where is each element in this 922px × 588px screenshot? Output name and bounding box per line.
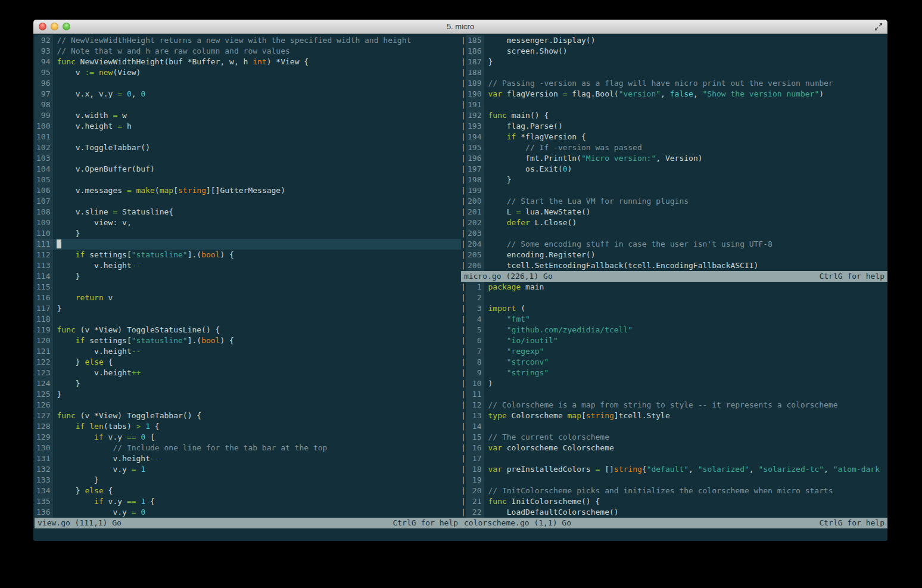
code-line[interactable]: 105	[35, 175, 461, 185]
code-line[interactable]: 94func NewViewWidthHeight(buf *Buffer, w…	[35, 57, 461, 67]
code-line[interactable]: 124 }	[35, 378, 461, 389]
code-line[interactable]: 113 v.height--	[35, 260, 461, 271]
code-line[interactable]: | 5 "github.com/zyedidia/tcell"	[461, 325, 887, 335]
pane-view-go[interactable]: 92// NewViewWidthHeight returns a new vi…	[35, 35, 461, 518]
code-line[interactable]: 101	[35, 132, 461, 142]
code-line[interactable]: |190var flagVersion = flag.Bool("version…	[461, 89, 887, 99]
code-line[interactable]: | 11	[461, 389, 887, 400]
code-line[interactable]: | 8 "strconv"	[461, 357, 887, 368]
code-line[interactable]: 112 if settings["statusline"].(bool) {	[35, 250, 461, 260]
code-line[interactable]: 109 view: v,	[35, 217, 461, 228]
code-line[interactable]: |203	[461, 228, 887, 239]
code-line[interactable]: | 19	[461, 475, 887, 486]
code-line[interactable]: 126	[35, 400, 461, 410]
code-line[interactable]: | 13type Colorscheme map[string]tcell.St…	[461, 410, 887, 421]
code-line[interactable]: | 2	[461, 293, 887, 303]
code-line[interactable]: |187}	[461, 57, 887, 67]
code-line[interactable]: |198 }	[461, 175, 887, 185]
code-line[interactable]: 107	[35, 196, 461, 207]
code-line[interactable]: | 20// InitColorscheme picks and initial…	[461, 486, 887, 496]
code-line[interactable]: 111	[35, 239, 461, 250]
code-line[interactable]: 115	[35, 282, 461, 293]
code-line[interactable]: 128 if len(tabs) > 1 {	[35, 421, 461, 432]
code-line[interactable]: 135 if v.y == 1 {	[35, 496, 461, 507]
code-line[interactable]: 92// NewViewWidthHeight returns a new vi…	[35, 35, 461, 46]
code-line[interactable]: |197 os.Exit(0)	[461, 164, 887, 175]
line-number: 92	[35, 35, 53, 46]
code-line[interactable]: 95 v := new(View)	[35, 67, 461, 78]
code-line[interactable]: 125}	[35, 389, 461, 400]
code-line[interactable]: 123 v.height++	[35, 368, 461, 378]
code-line[interactable]: 130 // Include one line for the tab bar …	[35, 443, 461, 453]
code-line[interactable]: | 12// Colorscheme is a map from string …	[461, 400, 887, 410]
code-line[interactable]: 117}	[35, 303, 461, 314]
code-line[interactable]: | 3import (	[461, 303, 887, 314]
code-line[interactable]: 131 v.height--	[35, 453, 461, 464]
code-line[interactable]: |194 if *flagVersion {	[461, 132, 887, 142]
code-line[interactable]: 118	[35, 314, 461, 325]
code-line[interactable]: |185 messenger.Display()	[461, 35, 887, 46]
code-line[interactable]: 98	[35, 99, 461, 110]
code-line[interactable]: 103	[35, 153, 461, 164]
code-line[interactable]: 120 if settings["statusline"].(bool) {	[35, 335, 461, 346]
code-line[interactable]: |192func main() {	[461, 110, 887, 121]
code-line[interactable]: | 7 "regexp"	[461, 346, 887, 357]
code-line[interactable]: |188	[461, 67, 887, 78]
code-line[interactable]: | 16var colorscheme Colorscheme	[461, 443, 887, 453]
code-line[interactable]: |193 flag.Parse()	[461, 121, 887, 132]
code-line[interactable]: | 22 LoadDefaultColorscheme()	[461, 507, 887, 518]
code-line[interactable]: 119func (v *View) ToggleStatusLine() {	[35, 325, 461, 335]
code-line[interactable]: |201 L = lua.NewState()	[461, 207, 887, 217]
command-message-line[interactable]	[35, 528, 887, 540]
code-line[interactable]: | 15// The current colorscheme	[461, 432, 887, 443]
titlebar[interactable]: 5. micro	[33, 20, 887, 34]
code-line[interactable]: | 10)	[461, 378, 887, 389]
code-line[interactable]: 127func (v *View) ToggleTabbar() {	[35, 410, 461, 421]
code-line[interactable]: | 18var preInstalledColors = []string{"d…	[461, 464, 887, 475]
code-line[interactable]: 99 v.width = w	[35, 110, 461, 121]
code-line[interactable]: |196 fmt.Println("Micro version:", Versi…	[461, 153, 887, 164]
code-line[interactable]: 122 } else {	[35, 357, 461, 368]
code-line[interactable]: 97 v.x, v.y = 0, 0	[35, 89, 461, 99]
code-line[interactable]: | 17	[461, 453, 887, 464]
code-line[interactable]: 129 if v.y == 0 {	[35, 432, 461, 443]
pane-divider: |	[461, 282, 466, 293]
code-line[interactable]: 133 }	[35, 475, 461, 486]
code-line[interactable]: |205 encoding.Register()	[461, 250, 887, 260]
code-line[interactable]: |200 // Start the Lua VM for running plu…	[461, 196, 887, 207]
fullscreen-toggle-icon[interactable]	[874, 22, 883, 32]
code-line[interactable]: 93// Note that w and h are raw column an…	[35, 46, 461, 57]
minimize-icon[interactable]	[51, 23, 58, 30]
zoom-icon[interactable]	[63, 23, 70, 30]
code-line[interactable]: | 21func InitColorscheme() {	[461, 496, 887, 507]
code-line[interactable]: |199	[461, 185, 887, 196]
code-line[interactable]: |189// Passing -version as a flag will h…	[461, 78, 887, 89]
code-line[interactable]: | 14	[461, 421, 887, 432]
code-line[interactable]: 104 v.OpenBuffer(buf)	[35, 164, 461, 175]
code-line[interactable]: 102 v.ToggleTabbar()	[35, 142, 461, 153]
close-icon[interactable]	[39, 23, 46, 30]
code-line[interactable]: | 4 "fmt"	[461, 314, 887, 325]
code-line[interactable]: 132 v.y = 1	[35, 464, 461, 475]
code-line[interactable]: 114 }	[35, 271, 461, 282]
code-line[interactable]: 110 }	[35, 228, 461, 239]
code-line[interactable]: | 1package main	[461, 282, 887, 293]
code-line[interactable]: |186 screen.Show()	[461, 46, 887, 57]
code-line[interactable]: 116 return v	[35, 293, 461, 303]
code-line[interactable]: |204 // Some encoding stuff in case the …	[461, 239, 887, 250]
code-line[interactable]: 100 v.height = h	[35, 121, 461, 132]
code-line[interactable]: | 9 "strings"	[461, 368, 887, 378]
code-line[interactable]: 96	[35, 78, 461, 89]
pane-micro-go[interactable]: |185 messenger.Display()|186 screen.Show…	[461, 35, 887, 271]
code-line[interactable]: 108 v.sline = Statusline{	[35, 207, 461, 217]
code-line[interactable]: |206 tcell.SetEncodingFallback(tcell.Enc…	[461, 260, 887, 271]
code-line[interactable]: |191	[461, 99, 887, 110]
code-line[interactable]: 134 } else {	[35, 486, 461, 496]
code-line[interactable]: |195 // If -version was passed	[461, 142, 887, 153]
code-line[interactable]: | 6 "io/ioutil"	[461, 335, 887, 346]
code-line[interactable]: |202 defer L.Close()	[461, 217, 887, 228]
code-line[interactable]: 136 v.y = 0	[35, 507, 461, 518]
pane-colorscheme-go[interactable]: | 1package main| 2| 3import (| 4 "fmt"| …	[461, 282, 887, 518]
code-line[interactable]: 106 v.messages = make(map[string][]Gutte…	[35, 185, 461, 196]
code-line[interactable]: 121 v.height--	[35, 346, 461, 357]
